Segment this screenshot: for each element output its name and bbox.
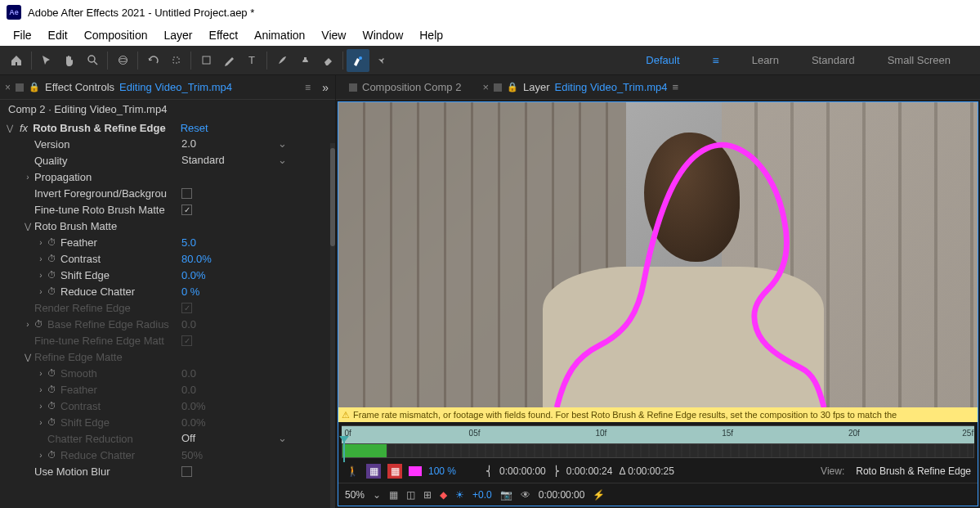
prop-refmatte[interactable]: ⋁Refine Edge Matte — [2, 348, 335, 365]
tab-menu-icon[interactable]: ≡ — [673, 81, 679, 93]
video-frame[interactable] — [338, 102, 978, 407]
time-in[interactable]: 0:00:00:00 — [499, 465, 546, 477]
show-snapshot-icon[interactable]: 👁 — [521, 489, 530, 501]
twirl-icon[interactable]: › — [36, 238, 46, 247]
exposure-value[interactable]: +0.0 — [472, 489, 492, 501]
menu-layer[interactable]: Layer — [156, 26, 201, 44]
selection-tool[interactable] — [35, 49, 58, 72]
snapshot-icon[interactable]: 📷 — [500, 489, 512, 501]
dropdown[interactable]: Off⌄ — [181, 432, 292, 445]
color-icon[interactable]: ◆ — [440, 489, 447, 501]
hand-tool[interactable] — [58, 49, 81, 72]
value[interactable]: 0.0 — [181, 367, 196, 380]
exposure-icon[interactable]: ☀ — [455, 489, 464, 501]
mask-icon[interactable]: ◫ — [406, 489, 415, 501]
value[interactable]: 0.0 — [181, 384, 196, 396]
stopwatch-icon[interactable]: ⏱ — [34, 319, 46, 329]
twirl-icon[interactable]: › — [36, 271, 46, 280]
value[interactable]: 0 % — [181, 285, 199, 298]
render-icon[interactable]: ⚡ — [593, 489, 605, 501]
anchor-tool[interactable] — [164, 49, 187, 72]
prop-renderref[interactable]: Render Refine Edge — [2, 299, 335, 316]
out-brace-icon[interactable]: ⎬ — [553, 465, 560, 477]
menu-animation[interactable]: Animation — [246, 26, 313, 44]
prop-rbmatte[interactable]: ⋁Roto Brush Matte — [2, 218, 335, 234]
dropdown[interactable]: 2.0⌄ — [181, 137, 292, 151]
prop-reducechat2[interactable]: ›⏱Reduce Chatter50% — [2, 447, 335, 463]
stopwatch-icon[interactable]: ⏱ — [47, 401, 59, 411]
in-brace-icon[interactable]: ⎨ — [486, 465, 493, 477]
workspace-menu-icon[interactable]: ≡ — [713, 54, 719, 67]
prop-propagation[interactable]: ›Propagation — [2, 169, 335, 185]
prop-contrast[interactable]: ›⏱Contrast80.0% — [2, 250, 335, 267]
twirl-icon[interactable]: › — [36, 418, 46, 427]
overlay-opacity[interactable]: 100 % — [428, 465, 456, 477]
workspace-learn[interactable]: Learn — [752, 54, 779, 66]
twirl-icon[interactable]: › — [36, 369, 46, 378]
checkbox[interactable] — [181, 466, 192, 477]
prop-invert[interactable]: Invert Foreground/Backgrou — [2, 185, 335, 201]
stopwatch-icon[interactable]: ⏱ — [47, 450, 59, 460]
workspace-standard[interactable]: Standard — [812, 54, 855, 66]
pin-tool[interactable] — [369, 49, 392, 72]
twirl-icon[interactable]: › — [36, 402, 46, 411]
propagation-bar[interactable] — [342, 443, 974, 458]
chevron-down-icon[interactable]: ⌄ — [373, 489, 381, 501]
checkbox[interactable] — [181, 335, 192, 346]
menu-edit[interactable]: Edit — [40, 26, 76, 44]
prop-baseref[interactable]: ›⏱Base Refine Edge Radius0.0 — [2, 316, 335, 332]
lock-icon[interactable]: 🔒 — [29, 82, 40, 92]
stopwatch-icon[interactable]: ⏱ — [47, 237, 59, 247]
grid-icon[interactable]: ▦ — [389, 489, 398, 501]
brush-tool[interactable] — [271, 49, 293, 72]
menu-file[interactable]: File — [5, 26, 40, 44]
twirl-icon[interactable]: ⋁ — [23, 222, 33, 231]
orbit-tool[interactable] — [111, 49, 134, 72]
tab-layer[interactable]: × 🔒 Layer Editing Video_Trim.mp4 ≡ — [476, 81, 685, 93]
overlay-icon[interactable]: ▦ — [366, 464, 381, 479]
time-out[interactable]: 0:00:00:24 — [566, 465, 613, 477]
clone-stamp-tool[interactable] — [293, 49, 316, 72]
timeline-ruler[interactable]: 0f 05f 10f 15f 20f 25f — [342, 425, 974, 443]
prop-chatred[interactable]: Chatter ReductionOff⌄ — [2, 430, 335, 447]
close-tab-icon[interactable]: × — [482, 81, 489, 93]
zoom-tool[interactable] — [81, 49, 104, 72]
prop-smooth2[interactable]: ›⏱Smooth0.0 — [2, 365, 335, 381]
pen-tool[interactable] — [217, 49, 240, 72]
twirl-icon[interactable]: › — [36, 451, 46, 460]
twirl-icon[interactable]: › — [23, 320, 33, 329]
prop-version[interactable]: Version2.0⌄ — [2, 136, 335, 152]
rotate-tool[interactable] — [141, 49, 164, 72]
twirl-icon[interactable]: › — [36, 254, 46, 263]
value[interactable]: 0.0% — [181, 416, 206, 429]
menu-view[interactable]: View — [313, 26, 354, 44]
panel-overflow-icon[interactable]: » — [322, 81, 329, 94]
prop-quality[interactable]: QualityStandard⌄ — [2, 152, 335, 169]
effect-header[interactable]: ⋁ fx Roto Brush & Refine Edge Reset — [2, 120, 335, 136]
twirl-icon[interactable]: ⋁ — [23, 353, 33, 362]
tab-composition[interactable]: Composition Comp 2 — [342, 81, 468, 93]
view-mode[interactable]: Roto Brush & Refine Edge — [856, 465, 971, 477]
prop-motionblur[interactable]: Use Motion Blur — [2, 463, 335, 479]
playhead[interactable] — [343, 441, 345, 462]
value[interactable]: 0.0% — [181, 400, 206, 412]
eraser-tool[interactable] — [316, 49, 339, 72]
stopwatch-icon[interactable]: ⏱ — [47, 286, 59, 296]
workspace-smallscreen[interactable]: Small Screen — [888, 54, 951, 66]
current-time[interactable]: 0:00:00:00 — [539, 489, 585, 501]
value[interactable]: 0.0 — [181, 318, 196, 330]
checkbox[interactable] — [181, 205, 192, 215]
prop-feather[interactable]: ›⏱Feather5.0 — [2, 234, 335, 250]
value[interactable]: 80.0% — [181, 253, 212, 265]
twirl-icon[interactable]: ⋁ — [5, 124, 15, 133]
value[interactable]: 50% — [181, 449, 203, 461]
prop-feather2[interactable]: ›⏱Feather0.0 — [2, 381, 335, 398]
dropdown[interactable]: Standard⌄ — [181, 154, 292, 167]
stopwatch-icon[interactable]: ⏱ — [47, 384, 59, 394]
workspace-default[interactable]: Default — [646, 54, 679, 66]
twirl-icon[interactable]: › — [23, 173, 33, 182]
color-swatch[interactable] — [409, 466, 422, 476]
stopwatch-icon[interactable]: ⏱ — [47, 270, 59, 280]
prop-finetune[interactable]: Fine-tune Roto Brush Matte — [2, 201, 335, 218]
scrollbar[interactable] — [330, 143, 335, 508]
